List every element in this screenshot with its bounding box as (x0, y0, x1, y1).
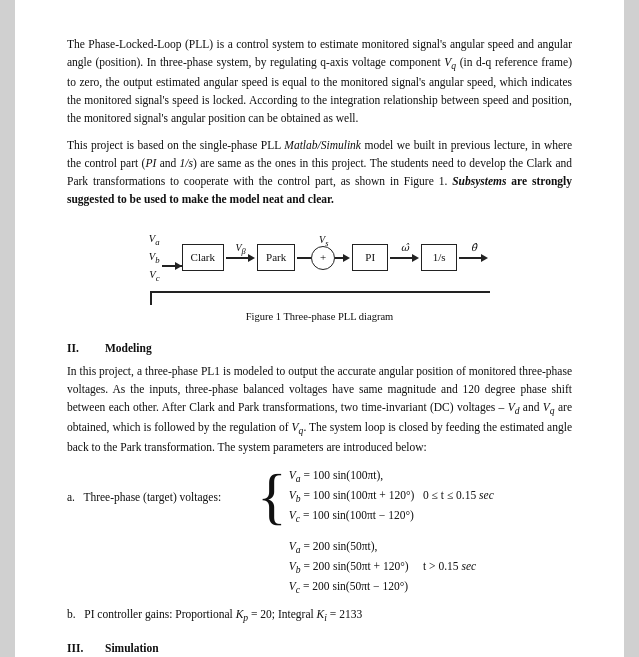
integrator-block: 1/s (421, 244, 457, 271)
section2-header: II. Modeling (67, 340, 572, 358)
feedback-arrow (150, 293, 490, 305)
input-vc: Vc (149, 267, 159, 285)
section3-header: III. Simulation (67, 640, 572, 657)
pi-block: PI (352, 244, 388, 271)
section3-num: III. (67, 640, 89, 657)
eq2-line3: Vc = 200 sin(50πt − 120°) (289, 578, 494, 598)
intro-paragraph-1: The Phase-Locked-Loop (PLL) is a control… (67, 36, 572, 127)
eq-set1: Va = 100 sin(100πt), Vb = 100 sin(100πt … (289, 467, 494, 598)
clark-block: Clark (182, 244, 224, 271)
section2-num: II. (67, 340, 89, 358)
eq-brace: { (257, 467, 287, 526)
eq-label-a: a. Three-phase (target) voltages: (67, 467, 247, 507)
park-block: Park (257, 244, 295, 271)
eq2-line2: Vb = 200 sin(50πt + 120°) t > 0.15 sec (289, 558, 494, 578)
section3-title: Simulation (105, 640, 159, 657)
section2-body: In this project, a three-phase PL1 is mo… (67, 363, 572, 457)
eq2-line1: Va = 200 sin(50πt), (289, 538, 494, 558)
eq1-line1: Va = 100 sin(100πt), (289, 467, 494, 487)
fig-caption: Figure 1 Three-phase PLL diagram (246, 309, 394, 325)
diagram-inputs: Va Vb Vc (149, 231, 160, 286)
block-diagram: Va Vb Vc Clark Vβ Park (149, 231, 490, 286)
diagram-container: Va Vb Vc Clark Vβ Park (67, 223, 572, 326)
signal-vb-label: Vβ (235, 240, 245, 259)
eq-label-b: b. PI controller gains: Proportional Kp … (67, 606, 572, 626)
eq-label-b-container: b. PI controller gains: Proportional Kp … (67, 606, 572, 626)
omega-hat-label: ω̂ (401, 240, 409, 256)
input-va: Va (149, 231, 160, 249)
equations-block-a: a. Three-phase (target) voltages: { Va =… (67, 467, 572, 598)
theta-hat-label: θ̂ (471, 240, 477, 256)
signal-vs-label: Vs (319, 232, 328, 251)
section2-title: Modeling (105, 340, 152, 358)
page: The Phase-Locked-Loop (PLL) is a control… (15, 0, 624, 657)
intro-paragraph-2: This project is based on the single-phas… (67, 137, 572, 208)
input-vb: Vb (149, 249, 160, 267)
eq1-line3: Vc = 100 sin(100πt − 120°) (289, 507, 494, 527)
eq1-line2: Vb = 100 sin(100πt + 120°) 0 ≤ t ≤ 0.15 … (289, 487, 494, 507)
